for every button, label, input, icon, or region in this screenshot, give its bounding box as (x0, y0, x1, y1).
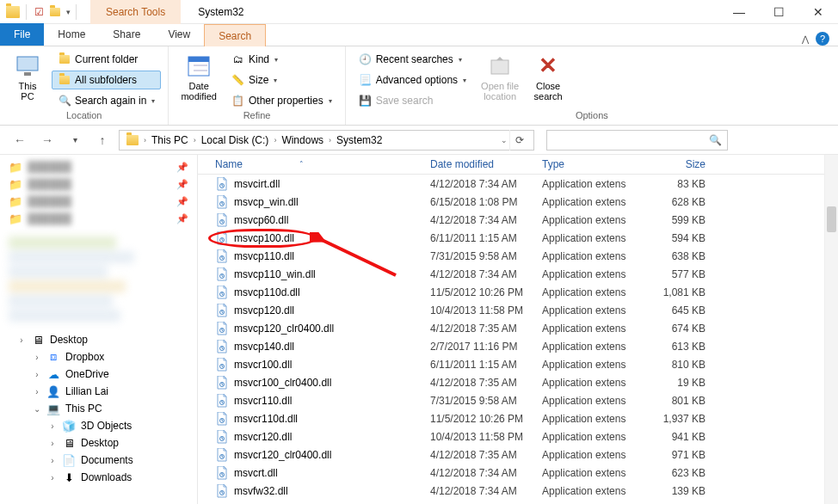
dll-file-icon (215, 340, 229, 353)
file-date: 6/11/2011 1:15 AM (430, 359, 542, 371)
quick-access-item[interactable]: 📁██████📌 (0, 210, 197, 227)
dll-file-icon (215, 304, 229, 317)
recent-searches-button[interactable]: 🕘Recent searches▾ (353, 50, 472, 69)
tab-home[interactable]: Home (44, 23, 99, 46)
ribbon-group-refine: Date modified 🗂Kind▾ 📏Size▾ 📋Other prope… (169, 46, 345, 125)
forward-button[interactable]: → (36, 129, 59, 151)
file-row[interactable]: msvcr110.dll7/31/2015 9:58 AMApplication… (198, 391, 838, 409)
file-row[interactable]: msvcp140.dll2/7/2017 11:16 PMApplication… (198, 337, 838, 355)
breadcrumb[interactable]: › This PC› Local Disk (C:)› Windows› Sys… (119, 130, 534, 151)
column-header-size[interactable]: Size (645, 158, 714, 170)
file-row[interactable]: msvcp110_win.dll4/12/2018 7:34 AMApplica… (198, 265, 838, 283)
file-date: 7/31/2015 9:58 AM (430, 250, 542, 262)
minimize-button[interactable]: — (719, 0, 759, 24)
quick-access-item[interactable]: 📁██████📌 (0, 175, 197, 193)
file-name: msvcp110d.dll (234, 286, 300, 298)
help-icon[interactable]: ? (816, 32, 829, 46)
tree-desktop2[interactable]: ›🖥Desktop (0, 434, 197, 452)
file-row[interactable]: msvcp60.dll4/12/2018 7:34 AMApplication … (198, 211, 838, 229)
dll-file-icon (215, 412, 229, 426)
refresh-button[interactable]: ⟳ (509, 130, 530, 151)
open-file-location-button[interactable]: Open file location (476, 50, 524, 103)
column-header-date[interactable]: Date modified (430, 158, 542, 170)
file-row[interactable]: msvcr120_clr0400.dll4/12/2018 7:35 AMApp… (198, 446, 838, 464)
breadcrumb-seg[interactable]: System32 (333, 134, 385, 146)
tree-onedrive[interactable]: ›☁OneDrive (0, 366, 197, 383)
tree-3dobjects[interactable]: ›🧊3D Objects (0, 417, 197, 434)
size-icon: 📏 (231, 73, 245, 87)
file-size: 941 KB (645, 431, 714, 443)
file-row[interactable]: msvcr100.dll6/11/2011 1:15 AMApplication… (198, 355, 838, 373)
file-row[interactable]: msvcirt.dll4/12/2018 7:34 AMApplication … (198, 175, 838, 193)
folder-icon-small[interactable] (47, 4, 63, 20)
tab-file[interactable]: File (0, 23, 44, 46)
tab-view[interactable]: View (154, 23, 204, 46)
tree-desktop[interactable]: ›🖥Desktop (0, 331, 197, 348)
file-size: 599 KB (645, 214, 714, 226)
file-row[interactable]: msvcp120.dll10/4/2013 11:58 PMApplicatio… (198, 301, 838, 319)
save-search-button[interactable]: 💾Save search (353, 91, 472, 110)
breadcrumb-seg[interactable]: Windows (278, 134, 327, 146)
file-row[interactable]: msvcr100_clr0400.dll4/12/2018 7:35 AMApp… (198, 373, 838, 391)
maximize-button[interactable]: ☐ (759, 0, 798, 24)
search-again-button[interactable]: 🔍Search again in▾ (52, 91, 161, 110)
search-icon[interactable]: 🔍 (709, 134, 722, 146)
file-size: 594 KB (645, 232, 714, 244)
tree-downloads[interactable]: ›⬇Downloads (0, 469, 197, 486)
dll-file-icon (215, 267, 229, 281)
quick-access-item[interactable]: 📁██████📌 (0, 193, 197, 210)
file-row[interactable]: msvcr110d.dll11/5/2012 10:26 PMApplicati… (198, 409, 838, 427)
tree-user[interactable]: ›👤Lillian Lai (0, 383, 197, 400)
scrollbar-thumb[interactable] (827, 206, 836, 232)
folder-icon (123, 135, 142, 145)
breadcrumb-dropdown-icon[interactable]: ⌄ (501, 136, 508, 144)
close-button[interactable]: ✕ (798, 0, 838, 24)
onedrive-icon: ☁ (46, 367, 60, 381)
file-row[interactable]: msvcrt.dll4/12/2018 7:34 AMApplication e… (198, 464, 838, 482)
recent-locations-dropdown[interactable]: ▾ (64, 129, 86, 151)
file-name: msvcp120.dll (234, 304, 294, 317)
qat-dropdown-icon[interactable]: ▾ (66, 8, 71, 16)
file-row[interactable]: msvcp100.dll6/11/2011 1:15 AMApplication… (198, 229, 838, 247)
scrollbar[interactable] (824, 155, 838, 504)
file-row[interactable]: msvfw32.dll4/12/2018 7:34 AMApplication … (198, 482, 838, 500)
file-rows[interactable]: msvcirt.dll4/12/2018 7:34 AMApplication … (198, 175, 838, 504)
kind-button[interactable]: 🗂Kind▾ (225, 50, 338, 69)
collapse-ribbon-icon[interactable]: ⋀ (802, 34, 809, 44)
properties-icon[interactable]: ☑ (32, 5, 46, 19)
file-name: msvcp140.dll (234, 341, 294, 353)
file-type: Application extens (542, 377, 645, 389)
size-button[interactable]: 📏Size▾ (225, 71, 338, 89)
search-box[interactable]: 🔍 (546, 130, 728, 151)
back-button[interactable]: ← (9, 129, 31, 151)
advanced-options-button[interactable]: 📃Advanced options▾ (353, 71, 472, 89)
file-row[interactable]: msvcp110.dll7/31/2015 9:58 AMApplication… (198, 247, 838, 265)
date-modified-button[interactable]: Date modified (176, 50, 222, 103)
tab-share[interactable]: Share (99, 23, 154, 46)
breadcrumb-seg[interactable]: This PC (148, 134, 192, 146)
current-folder-button[interactable]: Current folder (52, 50, 161, 69)
file-name: msvcp120_clr0400.dll (234, 323, 334, 335)
file-row[interactable]: msvcr120.dll10/4/2013 11:58 PMApplicatio… (198, 427, 838, 446)
file-name: msvcp60.dll (234, 214, 288, 226)
tree-dropbox[interactable]: ›⧈Dropbox (0, 348, 197, 366)
close-search-button[interactable]: ✕ Close search (527, 50, 569, 103)
search-input[interactable] (552, 134, 709, 146)
up-button[interactable]: ↑ (91, 129, 114, 151)
tab-search[interactable]: Search (204, 24, 266, 46)
column-header-type[interactable]: Type (542, 158, 645, 170)
navigation-pane[interactable]: 📁██████📌 📁██████📌 📁██████📌 📁██████📌 ›🖥De… (0, 155, 198, 504)
breadcrumb-seg[interactable]: Local Disk (C:) (198, 134, 273, 146)
quick-access-item[interactable]: 📁██████📌 (0, 158, 197, 175)
other-properties-button[interactable]: 📋Other properties▾ (225, 91, 338, 110)
file-row[interactable]: msvcp110d.dll11/5/2012 10:26 PMApplicati… (198, 283, 838, 301)
dll-file-icon (215, 466, 229, 480)
file-row[interactable]: msvcp_win.dll6/15/2018 1:08 PMApplicatio… (198, 193, 838, 211)
this-pc-button[interactable]: This PC (7, 50, 48, 103)
tree-thispc[interactable]: ⌄💻This PC (0, 400, 197, 417)
file-row[interactable]: msvcp120_clr0400.dll4/12/2018 7:35 AMApp… (198, 319, 838, 337)
file-name: msvcr120.dll (234, 431, 292, 443)
all-subfolders-button[interactable]: All subfolders (52, 71, 161, 89)
tree-documents[interactable]: ›📄Documents (0, 452, 197, 469)
column-header-name[interactable]: Name˄ (215, 158, 430, 170)
